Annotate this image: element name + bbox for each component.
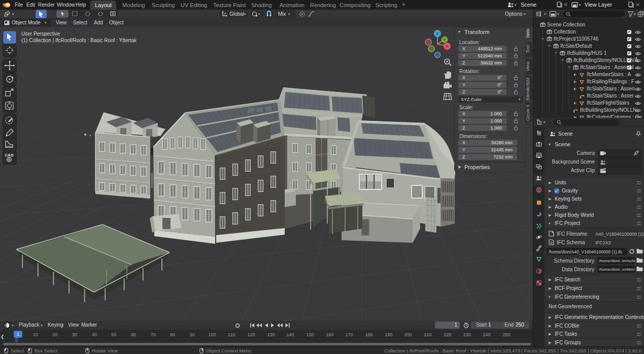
svg-text:Z: Z [436, 31, 439, 36]
svg-text:X: X [446, 44, 449, 49]
svg-text:Y: Y [443, 38, 446, 42]
svg-text:CAD: CAD [5, 153, 14, 157]
